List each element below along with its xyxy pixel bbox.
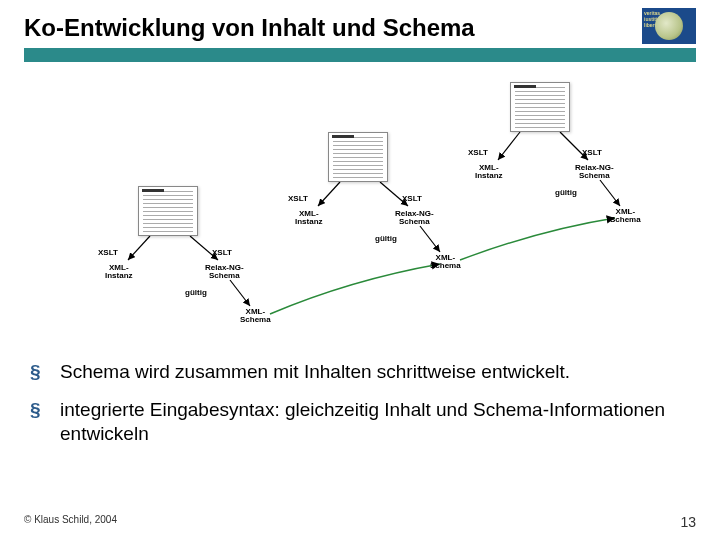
svg-line-0: [498, 132, 520, 160]
slide-title: Ko-Entwicklung von Inhalt und Schema: [24, 14, 696, 42]
svg-line-5: [420, 226, 440, 252]
slide-footer: © Klaus Schild, 2004 13: [24, 514, 696, 530]
document-icon: [328, 132, 388, 182]
document-icon: [510, 82, 570, 132]
xslt-label: XSLT: [98, 248, 118, 257]
xml-schema-node: XML-Schema: [610, 208, 641, 224]
xslt-label: XSLT: [402, 194, 422, 203]
xslt-label: XSLT: [468, 148, 488, 157]
svg-line-3: [318, 182, 340, 206]
xml-instanz-node: XML-Instanz: [295, 210, 323, 226]
document-icon: [138, 186, 198, 236]
xml-instanz-node: XML-Instanz: [475, 164, 503, 180]
copyright: © Klaus Schild, 2004: [24, 514, 117, 530]
xml-instanz-node: XML-Instanz: [105, 264, 133, 280]
relax-ng-schema-node: Relax-NG-Schema: [395, 210, 434, 226]
svg-line-2: [600, 180, 620, 206]
gueltig-label: gültig: [555, 188, 577, 197]
relax-ng-schema-node: Relax-NG-Schema: [575, 164, 614, 180]
bullet-list: Schema wird zusammen mit Inhalten schrit…: [30, 360, 690, 459]
bullet-item: integrierte Eingabesyntax: gleichzeitig …: [30, 398, 690, 446]
relax-ng-schema-node: Relax-NG-Schema: [205, 264, 244, 280]
xml-schema-node: XML-Schema: [240, 308, 271, 324]
xml-schema-node: XML-Schema: [430, 254, 461, 270]
university-logo: veritas iustitia libertas: [642, 8, 696, 44]
xslt-label: XSLT: [582, 148, 602, 157]
svg-line-6: [128, 236, 150, 260]
page-number: 13: [680, 514, 696, 530]
bullet-item: Schema wird zusammen mit Inhalten schrit…: [30, 360, 690, 384]
xslt-label: XSLT: [288, 194, 308, 203]
gueltig-label: gültig: [185, 288, 207, 297]
title-underline: [24, 48, 696, 62]
gueltig-label: gültig: [375, 234, 397, 243]
evolution-diagram: XSLT XSLT XML-Instanz Relax-NG-Schema gü…: [0, 80, 720, 340]
globe-icon: [655, 12, 683, 40]
svg-line-8: [230, 280, 250, 306]
xslt-label: XSLT: [212, 248, 232, 257]
